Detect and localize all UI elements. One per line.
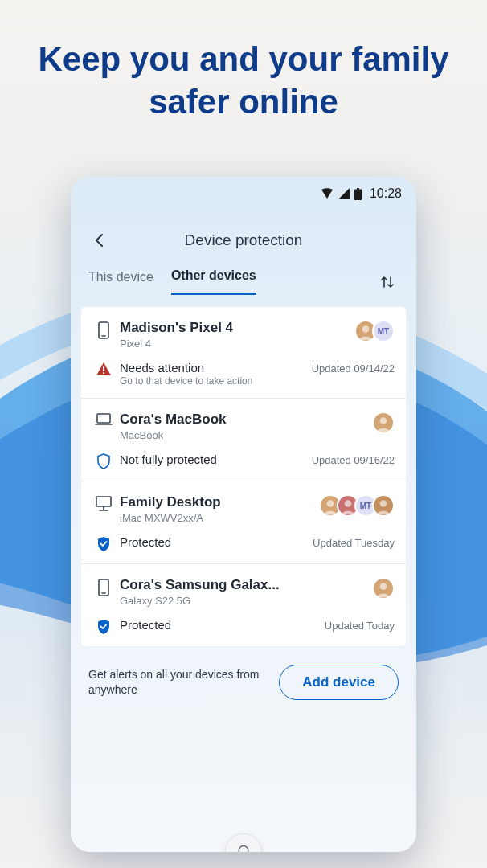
device-list: Madison's Pixel 4Pixel 4MTNeeds attentio… — [71, 306, 416, 647]
device-name: Family Desktop — [120, 494, 319, 510]
svg-rect-1 — [357, 188, 359, 190]
avatar-photo — [372, 494, 395, 517]
tips-button[interactable] — [225, 833, 262, 852]
updated-text: Updated 09/16/22 — [312, 452, 395, 466]
lightbulb-icon — [235, 844, 252, 852]
device-name: Madison's Pixel 4 — [120, 320, 354, 336]
footer-text: Get alerts on all your devices from anyw… — [88, 667, 266, 698]
svg-point-13 — [345, 500, 352, 507]
status-icon — [92, 452, 115, 469]
status-icon — [92, 535, 115, 552]
add-device-button[interactable]: Add device — [279, 665, 399, 700]
svg-rect-0 — [354, 189, 362, 200]
sort-icon — [379, 274, 395, 290]
phone-frame: 10:28 Device protection This device Othe… — [71, 177, 416, 852]
device-model: Galaxy S22 5G — [120, 595, 372, 607]
device-model: Pixel 4 — [120, 338, 354, 350]
footer: Get alerts on all your devices from anyw… — [71, 647, 416, 718]
phone-icon — [92, 577, 115, 596]
phone-icon — [92, 320, 115, 339]
device-card[interactable]: Cora's MacBookMacBookNot fully protected… — [80, 398, 407, 481]
page-title: Device protection — [88, 231, 399, 249]
device-model: iMac MXWV2xx/A — [120, 512, 319, 524]
avatar-initials: MT — [372, 320, 395, 342]
updated-text: Updated Tuesday — [313, 535, 395, 549]
status-label: Protected — [120, 618, 325, 632]
svg-rect-9 — [96, 497, 111, 506]
status-icon — [92, 361, 115, 376]
device-name: Cora's MacBook — [120, 411, 372, 428]
svg-rect-7 — [97, 414, 110, 423]
svg-point-14 — [380, 500, 387, 507]
svg-point-8 — [380, 417, 387, 424]
status-sub: Go to that device to take action — [120, 375, 312, 387]
updated-text: Updated 09/14/22 — [312, 361, 395, 375]
updated-text: Updated Today — [325, 618, 395, 632]
status-label: Not fully protected — [120, 452, 312, 466]
svg-point-6 — [103, 372, 104, 374]
avatar-photo — [372, 411, 395, 434]
device-card[interactable]: Family DesktopiMac MXWV2xx/AMTProtectedU… — [80, 481, 407, 563]
status-icon — [92, 618, 115, 635]
device-model: MacBook — [120, 429, 372, 441]
status-label: Protected — [120, 535, 313, 549]
avatar-group: MT — [319, 494, 395, 517]
topbar: Device protection — [71, 206, 416, 268]
svg-point-12 — [327, 500, 334, 507]
tab-other-devices[interactable]: Other devices — [171, 268, 256, 295]
laptop-icon — [92, 411, 115, 426]
status-label: Needs attention — [120, 361, 312, 375]
svg-point-17 — [380, 583, 387, 590]
avatar-group: MT — [354, 320, 395, 342]
device-card[interactable]: Cora's Samsung Galax...Galaxy S22 5GProt… — [80, 563, 407, 647]
device-name: Cora's Samsung Galax... — [120, 577, 372, 593]
avatar-photo — [372, 577, 395, 600]
battery-icon — [354, 188, 362, 200]
status-bar: 10:28 — [71, 177, 416, 206]
device-card[interactable]: Madison's Pixel 4Pixel 4MTNeeds attentio… — [80, 306, 407, 398]
sort-button[interactable] — [376, 271, 399, 293]
avatar-group — [372, 577, 395, 600]
tab-this-device[interactable]: This device — [88, 270, 153, 294]
desktop-icon — [92, 494, 115, 512]
wifi-icon — [321, 188, 334, 199]
status-time: 10:28 — [370, 186, 402, 201]
headline: Keep you and your family safer online — [0, 0, 487, 123]
signal-icon — [338, 188, 350, 199]
svg-point-4 — [362, 326, 370, 333]
avatar-group — [372, 411, 395, 434]
tabs: This device Other devices — [71, 268, 416, 306]
